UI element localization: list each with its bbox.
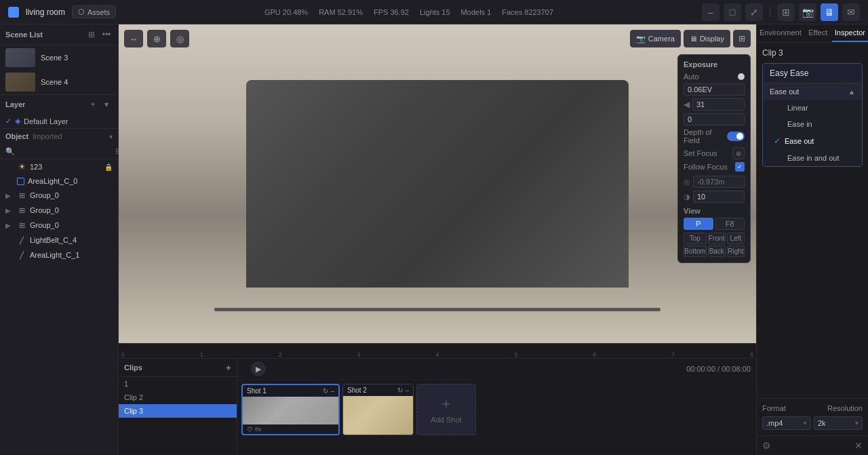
object-expand-arrow[interactable]: ▾ (109, 133, 113, 140)
timeline-content: Clips + 1 Clip 2 Clip 3 ▶ 00:00:00 / 00:… (119, 359, 756, 455)
ev-input[interactable] (684, 83, 745, 96)
view-back[interactable]: Back (708, 245, 726, 257)
object-item-group1[interactable]: ▶ ⊞ Group_0 (0, 188, 118, 203)
topbar-right: – □ ⤢ ⊞ 📷 🖥 ✉ (702, 3, 860, 21)
play-button[interactable]: ▶ (251, 361, 266, 376)
resolution-select[interactable]: 2k ▾ (814, 416, 863, 430)
scene-item-3[interactable]: Scene 3 (0, 45, 118, 70)
object-item-arealight2[interactable]: ╱ AreaLight_C_1 (0, 248, 118, 262)
add-shot-button[interactable]: + Add Shot (416, 384, 476, 435)
settings-icon[interactable]: ✉ (842, 3, 860, 21)
object-item-group3[interactable]: ▶ ⊞ Group_0 (0, 218, 118, 233)
clip-item-1[interactable]: 1 (119, 377, 237, 391)
format-select[interactable]: .mp4 ▾ (762, 416, 811, 430)
viewport: ↔ ⊕ ◎ 📷 Camera 🖥 Display (119, 24, 756, 343)
shot-2-actions: ↻ – (397, 387, 409, 394)
default-layer-item[interactable]: ✓ ◈ Default Layer (0, 114, 118, 128)
stat-ram: RAM 52.91% (319, 8, 363, 16)
view-left[interactable]: Left (727, 233, 745, 244)
tab-environment[interactable]: Environment (757, 24, 804, 42)
imported-label: Imported (33, 132, 62, 140)
viewport-anchor-icon[interactable]: ◎ (170, 30, 189, 47)
resolution-select-arrow: ▾ (855, 420, 859, 427)
view-btn-f8[interactable]: F8 (715, 218, 745, 230)
ruler-0: 0 (121, 351, 125, 358)
search-icon: 🔍 (5, 147, 15, 156)
shot-2-clip[interactable]: Shot 2 ↻ – (342, 384, 414, 435)
camera-btn-icon: 📷 (636, 35, 646, 43)
dof-toggle[interactable] (727, 132, 745, 141)
exp-num2[interactable]: 0 (684, 113, 745, 125)
clip-item-2[interactable]: Clip 2 (119, 391, 237, 404)
format-selects: .mp4 ▾ 2k ▾ (762, 416, 863, 430)
layer-add-icon[interactable]: + (87, 98, 99, 111)
assets-button[interactable]: ⬡ Assets (72, 5, 116, 18)
object-item-arealight[interactable]: AreaLight_C_0 (0, 174, 118, 188)
ease-opt-ease-in-label: Ease in (787, 120, 812, 128)
ease-opt-ease-in-out[interactable]: Ease in and out (763, 150, 862, 166)
add-shot-label: Add Shot (431, 416, 461, 424)
set-focus-button[interactable]: ⊕ (732, 147, 745, 159)
auto-toggle[interactable] (738, 73, 745, 80)
close-icon[interactable]: ✕ (854, 440, 863, 451)
view-top[interactable]: Top (684, 233, 707, 244)
ease-group-header[interactable]: Ease out ▲ (763, 83, 862, 100)
format-resolution-labels: Format Resolution (762, 404, 863, 412)
obj-name-group2: Group_0 (30, 206, 113, 214)
tab-effect[interactable]: Effect (804, 24, 832, 42)
view-bottom[interactable]: Bottom (684, 245, 707, 257)
scene-expand-icon[interactable]: ⊞ (85, 28, 98, 41)
f-value[interactable]: 10 (693, 191, 745, 203)
dist-value: -0.973m (693, 176, 745, 188)
shot-1-refresh-icon[interactable]: ↻ (323, 387, 328, 395)
view-right[interactable]: Right (727, 245, 745, 257)
shot-1-minus-icon[interactable]: – (330, 387, 334, 395)
view-front[interactable]: Front (708, 233, 726, 244)
ease-opt-ease-out[interactable]: ✓ Ease out (763, 132, 862, 150)
follow-focus-label: Follow Focus (684, 163, 728, 171)
camera-button[interactable]: 📷 Camera (630, 30, 681, 47)
follow-focus-checkbox[interactable]: ✓ (735, 162, 745, 172)
camera-capture-icon[interactable]: 📷 (799, 3, 816, 21)
scene-4-name: Scene 4 (41, 78, 68, 86)
shot-2-header: Shot 2 ↻ – (343, 384, 413, 396)
share-icon[interactable]: ⊞ (777, 3, 795, 21)
default-layer-icon: ◈ (15, 117, 20, 125)
obj-name-123: 123 (30, 163, 101, 171)
scene-more-icon[interactable]: ••• (100, 28, 113, 41)
clip-item-3[interactable]: Clip 3 (119, 404, 237, 418)
exp-num1[interactable]: 31 (692, 98, 745, 111)
display-button[interactable]: 🖥 Display (684, 30, 730, 47)
ease-opt-linear[interactable]: Linear (763, 100, 862, 116)
exp-left-arrow[interactable]: ◀ (684, 100, 690, 109)
ruler-numbers: 0 1 2 3 4 5 6 7 8 (119, 351, 756, 358)
layer-expand-icon[interactable]: ▾ (100, 98, 113, 111)
scene-item-4[interactable]: Scene 4 (0, 70, 118, 94)
object-item-123[interactable]: ☀ 123 🔒 (0, 159, 118, 174)
stat-lights: Lights 15 (420, 8, 450, 16)
maximize-button[interactable]: ⤢ (745, 3, 763, 21)
resolution-label: Resolution (827, 404, 863, 412)
shot-2-minus-icon[interactable]: – (405, 387, 409, 394)
restore-button[interactable]: □ (724, 3, 741, 21)
object-item-lightbelt[interactable]: ╱ LightBelt_C_4 (0, 233, 118, 248)
object-search-input[interactable] (18, 147, 112, 155)
obj-box-icon (17, 178, 24, 185)
ease-opt-ease-in[interactable]: Ease in (763, 116, 862, 132)
object-item-group2[interactable]: ▶ ⊞ Group_0 (0, 203, 118, 218)
screen-record-icon[interactable]: 🖥 (821, 3, 838, 21)
minimize-button[interactable]: – (702, 3, 719, 21)
shot-2-refresh-icon[interactable]: ↻ (397, 387, 403, 394)
gear-icon[interactable]: ⚙ (762, 440, 771, 451)
view-btn-p[interactable]: P (684, 218, 713, 230)
obj-line-icon: ╱ (17, 235, 26, 245)
clips-add-button[interactable]: + (226, 362, 231, 373)
viewport-nav-icon[interactable]: ↔ (124, 30, 143, 47)
stat-faces: Faces 8223707 (502, 8, 553, 16)
obj-name-group1: Group_0 (30, 191, 113, 199)
viewport-expand-button[interactable]: ⊞ (733, 30, 751, 47)
auto-label: Auto (684, 73, 699, 81)
tab-inspector[interactable]: Inspector (832, 24, 868, 42)
viewport-orbit-icon[interactable]: ⊕ (147, 30, 166, 47)
shot-1-clip[interactable]: Shot 1 ↻ – ⏱ 8s (241, 384, 340, 435)
